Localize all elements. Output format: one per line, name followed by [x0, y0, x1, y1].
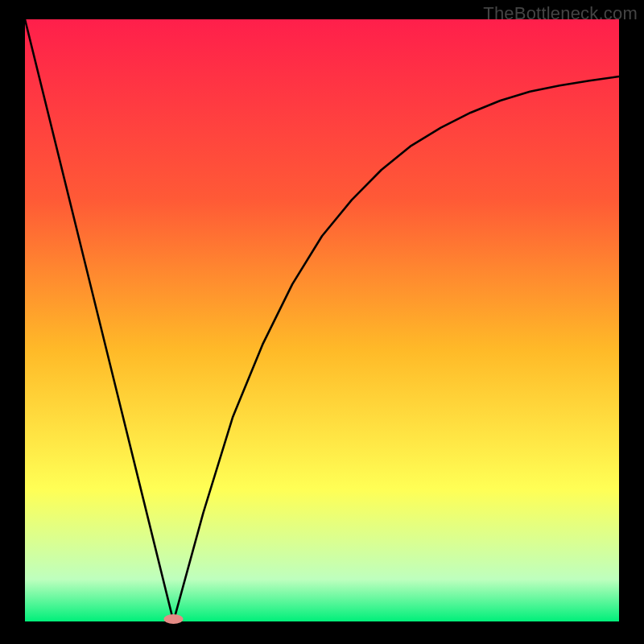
- bottleneck-chart: [0, 0, 644, 644]
- chart-plot-area: [25, 19, 619, 621]
- watermark-text: TheBottleneck.com: [483, 3, 638, 24]
- chart-container: TheBottleneck.com: [0, 0, 644, 644]
- chart-marker: [164, 614, 184, 624]
